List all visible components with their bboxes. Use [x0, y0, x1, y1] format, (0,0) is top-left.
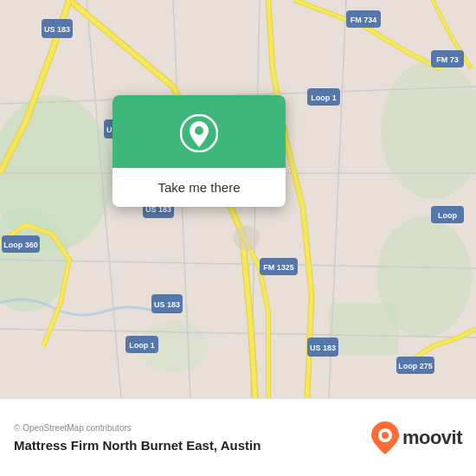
take-me-there-button[interactable]: Take me there	[113, 168, 286, 207]
road-label-loop360: Loop 360	[3, 241, 38, 249]
svg-point-33	[382, 432, 389, 439]
svg-rect-5	[329, 303, 398, 355]
svg-point-16	[234, 225, 260, 251]
road-label-fm1325: FM 1325	[263, 263, 294, 272]
map-container: US 183 US 183 US 183 US 183 US 183 FM 73…	[0, 0, 476, 398]
bottom-left: © OpenStreetMap contributors Mattress Fi…	[14, 423, 371, 453]
location-name: Mattress Firm North Burnet East, Austin	[14, 438, 371, 453]
location-pin-icon	[180, 114, 218, 152]
moovit-text: moovit	[402, 427, 462, 449]
moovit-pin-icon	[371, 421, 399, 454]
popup-card: Take me there	[113, 95, 286, 207]
copyright-text: © OpenStreetMap contributors	[14, 423, 371, 433]
road-label-us183-bottom: US 183	[310, 344, 336, 352]
popup-header	[113, 95, 286, 168]
road-label-loop-right: Loop	[438, 211, 457, 220]
svg-point-31	[195, 126, 203, 135]
bottom-bar: © OpenStreetMap contributors Mattress Fi…	[0, 398, 476, 476]
road-label-us183-top: US 183	[44, 25, 70, 34]
road-label-loop1-top: Loop 1	[311, 93, 337, 102]
road-label-loop275: Loop 275	[398, 362, 433, 370]
road-label-fm73x: FM 73	[436, 55, 459, 64]
road-label-fm734: FM 734	[351, 16, 377, 24]
road-label-us183-lower: US 183	[154, 300, 180, 309]
moovit-logo: moovit	[371, 421, 462, 454]
road-label-loop1-bottom: Loop 1	[129, 341, 155, 350]
